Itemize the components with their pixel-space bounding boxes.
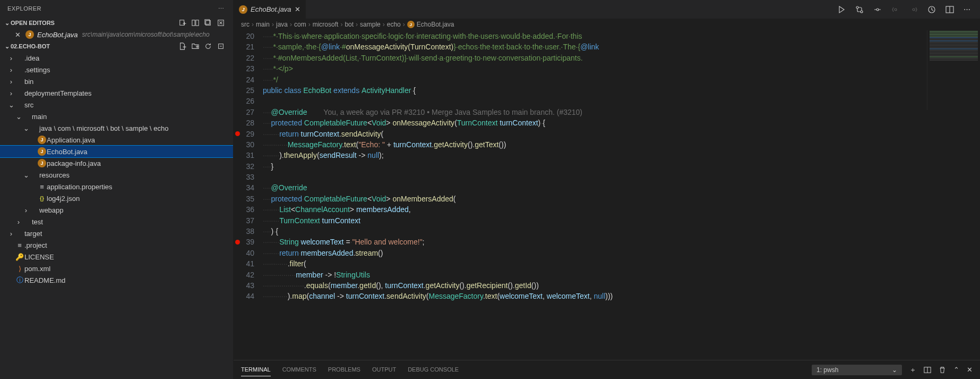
collapse-all-icon[interactable] xyxy=(217,43,225,50)
tree-item-label: application.properties xyxy=(47,183,113,191)
file-item[interactable]: ⟩pom.xml xyxy=(0,263,233,274)
panel-tab-terminal[interactable]: TERMINAL xyxy=(241,363,271,376)
tree-item-label: .idea xyxy=(24,54,39,62)
chevron-down-icon: ⌄ xyxy=(7,101,15,109)
new-untitled-icon[interactable] xyxy=(179,19,186,27)
line-number-gutter: 2021222324252627282930313233343536373839… xyxy=(234,30,263,360)
kill-terminal-icon[interactable] xyxy=(939,366,946,374)
open-editor-item[interactable]: ✕ J EchoBot.java src\main\java\com\micro… xyxy=(0,29,233,40)
chevron-right-icon: › xyxy=(290,21,292,28)
compare-changes-icon[interactable] xyxy=(855,5,864,14)
open-editors-header[interactable]: ⌄ OPEN EDITORS xyxy=(0,17,233,29)
breadcrumb[interactable]: src›main›java›com›microsoft›bot›sample›e… xyxy=(234,19,980,30)
new-folder-icon[interactable] xyxy=(192,43,199,50)
chevron-down-icon: ⌄ xyxy=(3,20,11,27)
maximize-panel-icon[interactable]: ⌃ xyxy=(953,366,959,374)
svg-point-11 xyxy=(913,9,915,11)
breadcrumb-segment[interactable]: JEchoBot.java xyxy=(407,21,454,29)
breadcrumb-segment[interactable]: echo xyxy=(387,21,401,28)
chevron-down-icon: ⌄ xyxy=(22,124,30,132)
folder-item[interactable]: ⌄java \ com \ microsoft \ bot \ sample \… xyxy=(0,122,233,134)
new-file-icon[interactable] xyxy=(179,43,186,50)
folder-item[interactable]: ⌄main xyxy=(0,111,233,122)
folder-item[interactable]: ›target xyxy=(0,228,233,239)
svg-rect-0 xyxy=(180,20,184,26)
close-all-icon[interactable] xyxy=(217,19,225,27)
code-content[interactable]: ·····*·This·is·where·application·specifi… xyxy=(263,30,980,360)
split-terminal-icon[interactable] xyxy=(924,366,931,374)
folder-item[interactable]: ›test xyxy=(0,216,233,228)
file-item[interactable]: JEchoBot.java xyxy=(0,146,233,157)
prev-change-icon[interactable] xyxy=(873,5,882,14)
split-editor-icon[interactable] xyxy=(945,5,954,14)
file-item[interactable]: ⓘREADME.md xyxy=(0,274,233,286)
svg-rect-2 xyxy=(196,20,199,26)
file-type-icon: 🔑 xyxy=(15,253,24,261)
terminal-selector[interactable]: 1: pwsh ⌄ xyxy=(812,365,902,375)
breadcrumb-segment[interactable]: src xyxy=(241,21,250,28)
file-item[interactable]: JApplication.java xyxy=(0,134,233,146)
file-item[interactable]: ≡application.properties xyxy=(0,181,233,192)
panel-tab-problems[interactable]: PROBLEMS xyxy=(328,363,360,376)
file-item[interactable]: Jpackage-info.java xyxy=(0,157,233,169)
tab-bar: J EchoBot.java ✕ ⋯ xyxy=(234,0,980,19)
workspace-header[interactable]: ⌄ 02.ECHO-BOT xyxy=(0,40,233,52)
run-icon[interactable] xyxy=(837,5,846,14)
chevron-right-icon: › xyxy=(383,21,385,28)
explorer-title: EXPLORER xyxy=(7,5,41,12)
chevron-right-icon: › xyxy=(308,21,311,28)
toggle-layout-icon[interactable] xyxy=(192,19,199,27)
breadcrumb-segment[interactable]: java xyxy=(276,21,288,28)
folder-item[interactable]: ›.idea xyxy=(0,52,233,64)
tree-item-label: package-info.java xyxy=(47,159,101,167)
editor-tab[interactable]: J EchoBot.java ✕ xyxy=(234,0,306,19)
tree-item-label: Application.java xyxy=(47,136,95,144)
svg-point-9 xyxy=(876,9,879,11)
nav-back-icon[interactable] xyxy=(891,5,900,14)
tree-item-label: README.md xyxy=(24,276,65,284)
show-commit-icon[interactable] xyxy=(927,5,936,14)
breadcrumb-segment[interactable]: microsoft xyxy=(313,21,339,28)
file-type-icon: J xyxy=(37,159,47,167)
open-editor-filename: EchoBot.java xyxy=(37,31,78,39)
file-tree[interactable]: ›.idea›.settings›bin›deploymentTemplates… xyxy=(0,52,233,379)
close-icon[interactable]: ✕ xyxy=(295,5,300,13)
folder-item[interactable]: ⌄resources xyxy=(0,169,233,181)
breadcrumb-segment[interactable]: main xyxy=(256,21,270,28)
open-editor-filepath: src\main\java\com\microsoft\bot\sample\e… xyxy=(82,31,210,38)
breadcrumb-segment[interactable]: bot xyxy=(345,21,354,28)
tree-item-label: resources xyxy=(39,171,70,179)
tree-item-label: webapp xyxy=(39,206,64,214)
java-file-icon: J xyxy=(25,30,34,39)
tree-item-label: main xyxy=(32,113,47,121)
folder-item[interactable]: ›.settings xyxy=(0,64,233,75)
svg-rect-1 xyxy=(192,20,195,26)
more-icon[interactable]: ⋯ xyxy=(217,4,226,14)
tree-item-label: java \ com \ microsoft \ bot \ sample \ … xyxy=(39,124,168,132)
chevron-right-icon: › xyxy=(7,230,15,238)
folder-item[interactable]: ⌄src xyxy=(0,99,233,111)
save-all-icon[interactable] xyxy=(204,19,212,27)
terminal-selector-label: 1: pwsh xyxy=(816,366,838,374)
panel-tab-debug-console[interactable]: DEBUG CONSOLE xyxy=(408,363,459,376)
folder-item[interactable]: ›bin xyxy=(0,75,233,87)
file-item[interactable]: ≡.project xyxy=(0,239,233,251)
more-icon[interactable]: ⋯ xyxy=(964,5,970,14)
file-item[interactable]: {}log4j2.json xyxy=(0,192,233,204)
close-icon[interactable]: ✕ xyxy=(15,31,22,39)
panel-tab-output[interactable]: OUTPUT xyxy=(372,363,396,376)
panel-tab-comments[interactable]: COMMENTS xyxy=(282,363,316,376)
close-panel-icon[interactable]: ✕ xyxy=(967,366,973,374)
folder-item[interactable]: ›webapp xyxy=(0,204,233,216)
folder-item[interactable]: ›deploymentTemplates xyxy=(0,87,233,99)
chevron-right-icon: › xyxy=(7,66,15,74)
code-editor[interactable]: 2021222324252627282930313233343536373839… xyxy=(234,30,980,360)
breadcrumb-segment[interactable]: com xyxy=(294,21,306,28)
file-item[interactable]: 🔑LICENSE xyxy=(0,251,233,263)
breadcrumb-segment[interactable]: sample xyxy=(360,21,381,28)
refresh-icon[interactable] xyxy=(204,43,212,50)
file-type-icon: J xyxy=(37,136,47,144)
new-terminal-icon[interactable]: ＋ xyxy=(909,365,916,375)
minimap[interactable] xyxy=(927,30,980,110)
nav-fwd-icon[interactable] xyxy=(909,5,918,14)
